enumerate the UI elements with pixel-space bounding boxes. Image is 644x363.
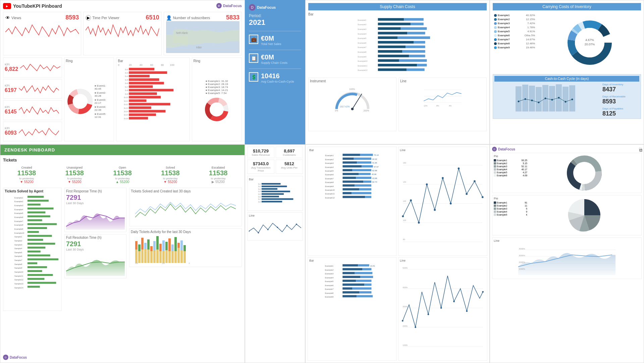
svg-text:Example9: Example9	[14, 228, 23, 230]
svg-text:Example7: Example7	[14, 220, 23, 222]
svg-rect-111	[562, 87, 569, 111]
solved-created-chart: Tickets Solved and Created last 30 days	[129, 188, 242, 226]
svg-rect-201	[180, 240, 183, 251]
pie1-svg	[566, 154, 603, 191]
svg-rect-139	[28, 227, 47, 229]
svg-text:Example4: Example4	[325, 166, 333, 168]
svg-rect-214	[262, 201, 282, 202]
kpi-item-1: KPI 6,822	[3, 57, 62, 78]
svg-text:400: 400	[135, 262, 138, 264]
svg-rect-321	[357, 295, 373, 298]
svg-rect-127	[28, 203, 41, 206]
svg-text:Ex16: Ex16	[124, 118, 128, 120]
svg-text:100%: 100%	[402, 344, 408, 346]
svg-rect-77	[378, 64, 417, 66]
svg-text:Example3: Example3	[325, 162, 333, 164]
svg-rect-263	[355, 184, 371, 187]
svg-rect-20	[129, 106, 152, 109]
chart-bar-top: Bar Example175.14 Example240.32 Example3…	[308, 147, 397, 256]
svg-text:Ex12: Ex12	[124, 103, 128, 105]
legend-item-5: Example54.91%	[494, 30, 535, 33]
pie1-legend-2: Example25.15	[494, 162, 527, 165]
svg-rect-107	[536, 87, 542, 111]
svg-point-285	[458, 168, 460, 170]
mid-bar-svg: Ex1 Ex2 Ex3 Ex4 Ex5 Ex6 Ex7 Ex8	[249, 182, 301, 209]
legend-item-6: Example6Otha 5%	[494, 34, 535, 37]
pie2-legend-3: Example35	[494, 208, 527, 210]
map-svg: North Atlantic Indian	[166, 21, 239, 53]
svg-rect-70	[406, 46, 425, 48]
svg-text:Ex6: Ex6	[258, 196, 261, 198]
svg-rect-208	[262, 186, 287, 187]
payables-days: Days of Payables 8125	[602, 107, 639, 117]
svg-rect-74	[409, 55, 425, 57]
chart-line-bottom-svg: 100% 200% 300% 400% 500%	[400, 263, 486, 353]
svg-rect-199	[177, 243, 180, 248]
datafocus-brand-label: DataFocus	[223, 4, 242, 8]
cash-cycle-section: Cash-to-Cash Cycle (in days)	[493, 74, 641, 119]
svg-point-281	[426, 183, 428, 185]
svg-rect-262	[343, 184, 355, 187]
kpi-supply-cost: 📋 €0M Supply Chain Costs	[249, 50, 301, 64]
svg-point-330	[440, 307, 442, 309]
supply-line-svg: 12% 8% 4%	[400, 84, 485, 109]
dollar-icon: 💲	[249, 72, 258, 82]
ticket-created: Created 11538 to yesterday ▼ 55200	[3, 165, 50, 185]
svg-rect-147	[28, 243, 55, 245]
svg-rect-317	[342, 291, 359, 293]
svg-rect-149	[28, 246, 45, 248]
svg-text:Example4: Example4	[358, 33, 367, 35]
svg-rect-106	[529, 86, 535, 111]
time-per-viewer-card: ▶ Time Per Viewer 6510	[83, 12, 161, 55]
svg-text:Example4: Example4	[325, 277, 334, 279]
ticket-open: Open 11538 to yesterday ▲ 55200	[99, 165, 146, 185]
svg-rect-78	[417, 64, 427, 66]
svg-rect-305	[342, 276, 360, 278]
datafocus-logo-icon: D	[216, 3, 222, 8]
svg-rect-61	[378, 27, 401, 30]
svg-rect-9	[129, 68, 155, 71]
svg-rect-104	[516, 86, 522, 111]
svg-rect-243	[362, 165, 373, 168]
carrying-costs-panel: Carrying Costs of Inventory Example140.3…	[490, 0, 644, 144]
user-icon: 👤	[166, 15, 172, 20]
views-value: 8593	[65, 14, 79, 21]
ticket-unassigned: Unassigned 11538 to yesterday ▼ 55200	[51, 165, 98, 185]
svg-rect-67	[378, 41, 414, 44]
svg-text:Example2: Example2	[325, 158, 333, 161]
right-brand-label: DataFocus	[498, 147, 515, 151]
svg-text:Example5: Example5	[14, 212, 23, 214]
svg-rect-11	[129, 75, 150, 78]
svg-text:Ex2: Ex2	[258, 186, 261, 187]
svg-rect-272	[365, 196, 371, 198]
svg-text:Example9: Example9	[325, 296, 334, 298]
datafocus-brand: D DataFocus	[216, 3, 242, 8]
svg-rect-271	[343, 196, 365, 198]
svg-text:Ex15: Ex15	[124, 114, 128, 116]
svg-point-331	[453, 301, 455, 302]
svg-rect-171	[135, 241, 138, 249]
svg-rect-145	[28, 239, 43, 241]
svg-text:200: 200	[162, 262, 165, 264]
svg-text:Example2: Example2	[325, 269, 334, 271]
time-value: 6510	[146, 14, 159, 21]
svg-text:Sample2: Sample2	[14, 240, 22, 242]
youtube-panel: YouTubeKPI Pinboard D DataFocus 👁 Views …	[0, 0, 245, 144]
chart-line-top: Line	[398, 147, 487, 256]
svg-rect-210	[262, 191, 290, 192]
svg-rect-105	[522, 85, 528, 111]
svg-rect-165	[28, 278, 44, 280]
svg-rect-109	[549, 86, 555, 111]
svg-rect-66	[397, 36, 430, 39]
svg-rect-181	[150, 246, 153, 251]
svg-point-224	[258, 232, 259, 233]
svg-rect-320	[342, 295, 357, 298]
eye-icon: 👁	[5, 15, 10, 20]
clipboard-icon: 📋	[249, 53, 258, 63]
net-sales-label: Total Net Sales	[261, 42, 281, 46]
svg-rect-163	[28, 274, 53, 276]
svg-text:Sample1: Sample1	[14, 236, 22, 238]
svg-rect-75	[378, 59, 399, 62]
svg-text:Example5: Example5	[325, 170, 333, 172]
right-menu-icon[interactable]: ⊡	[639, 148, 642, 150]
